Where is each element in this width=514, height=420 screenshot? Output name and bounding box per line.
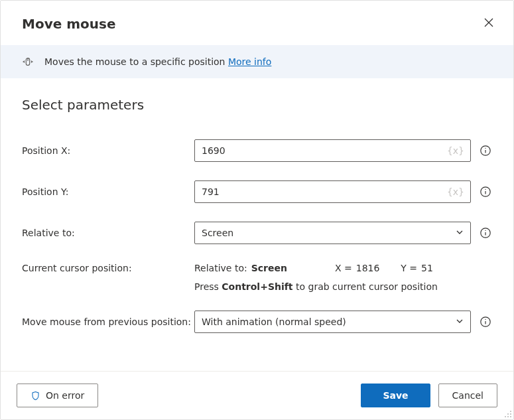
more-info-link[interactable]: More info <box>228 56 271 67</box>
cursor-relative-value: Screen <box>251 263 287 273</box>
chevron-down-icon <box>456 228 464 238</box>
select-move-mode[interactable]: With animation (normal speed) <box>194 311 471 333</box>
svg-point-6 <box>485 148 485 149</box>
cursor-x-value: 1816 <box>356 263 380 273</box>
mouse-move-icon <box>22 56 34 68</box>
chevron-down-icon <box>456 316 464 327</box>
select-relative-to-value: Screen <box>202 228 233 238</box>
label-position-x: Position X: <box>22 145 194 156</box>
input-position-y[interactable] <box>194 180 471 203</box>
select-relative-to[interactable]: Screen <box>194 222 471 244</box>
row-current-cursor: Current cursor position: Relative to: Sc… <box>22 263 492 292</box>
info-icon[interactable] <box>479 144 492 157</box>
row-move-mode: Move mouse from previous position: With … <box>22 311 492 333</box>
label-position-y: Position Y: <box>22 186 194 197</box>
info-icon[interactable] <box>479 315 492 328</box>
svg-point-15 <box>485 319 485 320</box>
shield-icon <box>31 391 40 401</box>
section-title: Select parameters <box>22 97 492 113</box>
label-relative-to: Relative to: <box>22 228 194 238</box>
close-button[interactable] <box>480 14 497 33</box>
label-move-mode: Move mouse from previous position: <box>22 316 194 327</box>
cursor-position-readout: Relative to: Screen X = 1816 Y = 51 <box>194 263 492 273</box>
dialog-header: Move mouse <box>1 1 513 45</box>
banner-text: Moves the mouse to a specific position M… <box>44 56 271 67</box>
on-error-button[interactable]: On error <box>17 384 98 407</box>
input-position-x[interactable] <box>194 139 471 162</box>
dialog-title: Move mouse <box>22 16 116 32</box>
svg-point-9 <box>485 189 485 190</box>
save-button[interactable]: Save <box>361 384 430 407</box>
dialog-footer: On error Save Cancel <box>1 371 513 419</box>
info-icon[interactable] <box>479 226 492 240</box>
parameters-form: Position X: {x} Position Y: {x} <box>1 121 513 333</box>
move-mouse-dialog: Move mouse Moves the mouse to a specific… <box>0 0 514 420</box>
row-relative-to: Relative to: Screen <box>22 222 492 244</box>
svg-point-12 <box>485 230 485 231</box>
cursor-grab-hint: Press Control+Shift to grab current curs… <box>194 281 492 292</box>
cancel-button[interactable]: Cancel <box>438 384 497 407</box>
row-position-x: Position X: {x} <box>22 139 492 162</box>
select-move-mode-value: With animation (normal speed) <box>202 316 346 327</box>
info-icon[interactable] <box>479 185 492 198</box>
row-position-y: Position Y: {x} <box>22 180 492 203</box>
label-current-cursor: Current cursor position: <box>22 263 194 273</box>
close-icon <box>484 18 493 29</box>
cursor-y-value: 51 <box>421 263 433 273</box>
info-banner: Moves the mouse to a specific position M… <box>1 45 513 78</box>
